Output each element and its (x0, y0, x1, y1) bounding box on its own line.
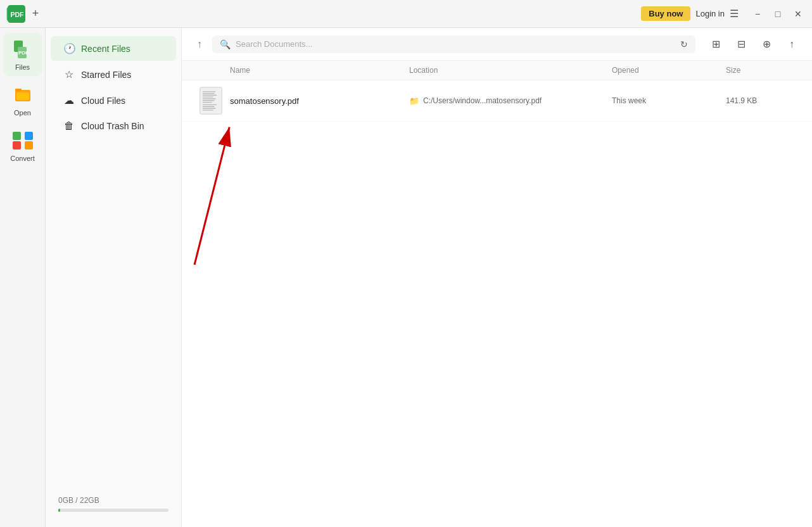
svg-rect-12 (15, 89, 22, 91)
nav-item-starred[interactable]: ☆ Starred Files (51, 62, 176, 87)
search-input[interactable] (236, 39, 675, 49)
star-icon: ☆ (63, 68, 75, 80)
file-location-text: C:/Users/window...matosensory.pdf (423, 96, 542, 105)
file-name: somatosensory.pdf (230, 96, 409, 106)
col-location: Location (409, 66, 612, 75)
nav-recent-label: Recent Files (81, 44, 130, 54)
share-button[interactable]: ↑ (782, 34, 802, 54)
file-opened: This week (612, 96, 726, 105)
col-icon (192, 66, 230, 75)
app-logo-pdf-icon: PDF (8, 5, 25, 23)
titlebar-right: Buy now Login in ☰ − □ ✕ (641, 5, 807, 23)
svg-rect-30 (203, 106, 215, 107)
nav-item-cloud[interactable]: ☁ Cloud Files (51, 88, 176, 113)
svg-rect-27 (203, 100, 215, 101)
toolbar-actions: ⊞ ⊟ ⊕ ↑ (706, 34, 802, 54)
svg-rect-17 (13, 141, 21, 149)
col-opened: Opened (612, 66, 726, 75)
buy-now-button[interactable]: Buy now (641, 6, 690, 21)
share-icon: ↑ (789, 39, 794, 50)
trash-icon: 🗑 (63, 120, 75, 132)
svg-rect-29 (203, 105, 217, 105)
main-content: ↑ 🔍 ↻ ⊞ ⊟ ⊕ ↑ (182, 28, 812, 527)
table-header: Name Location Opened Size (182, 61, 812, 80)
sidebar-item-open[interactable]: Open (4, 79, 42, 122)
storage-label: 0GB / 22GB (58, 496, 168, 505)
files-icon: PDF (11, 38, 34, 61)
titlebar: PDF + Buy now Login in ☰ − □ ✕ (0, 0, 812, 28)
svg-rect-16 (25, 132, 33, 140)
file-table: Name Location Opened Size (182, 61, 812, 527)
nav-item-trash[interactable]: 🗑 Cloud Trash Bin (51, 114, 176, 138)
svg-text:PDF: PDF (18, 50, 29, 56)
nav-starred-label: Starred Files (81, 70, 131, 80)
svg-rect-25 (203, 96, 213, 97)
icon-sidebar: PDF Files Open (0, 28, 46, 527)
file-location: 📁 C:/Users/window...matosensory.pdf (409, 96, 612, 106)
window-controls: − □ ✕ (749, 5, 807, 23)
close-button[interactable]: ✕ (789, 5, 807, 23)
star-toolbar-icon: ⊟ (737, 38, 745, 50)
upload-button[interactable]: ⊕ (756, 34, 777, 54)
nav-sidebar: 🕐 Recent Files ☆ Starred Files ☁ Cloud F… (46, 28, 182, 527)
svg-rect-18 (25, 141, 33, 149)
search-icon: 🔍 (220, 39, 231, 49)
login-button[interactable]: Login in (695, 9, 725, 18)
menu-icon: ☰ (730, 8, 739, 20)
grid-view-button[interactable]: ⊞ (706, 34, 726, 54)
svg-text:PDF: PDF (10, 11, 24, 18)
svg-rect-13 (16, 92, 29, 100)
svg-rect-22 (203, 91, 216, 92)
star-view-button[interactable]: ⊟ (731, 34, 751, 54)
svg-rect-24 (203, 95, 217, 96)
svg-rect-28 (203, 102, 212, 103)
titlebar-left: PDF + (5, 5, 43, 23)
toolbar: ↑ 🔍 ↻ ⊞ ⊟ ⊕ ↑ (182, 28, 812, 61)
sidebar-item-files[interactable]: PDF Files (4, 33, 42, 76)
clock-icon: 🕐 (63, 42, 75, 54)
nav-trash-label: Cloud Trash Bin (81, 121, 144, 131)
svg-rect-26 (203, 98, 216, 99)
file-size: 141.9 KB (726, 96, 802, 105)
maximize-button[interactable]: □ (769, 5, 787, 23)
grid-icon: ⊞ (712, 38, 720, 50)
sidebar-item-convert[interactable]: Convert (4, 124, 42, 167)
file-icon-cell (192, 87, 230, 115)
nav-cloud-label: Cloud Files (81, 96, 125, 106)
upload-icon: ⊕ (763, 38, 771, 50)
storage-bar (58, 509, 168, 512)
convert-icon (11, 129, 34, 152)
svg-rect-23 (203, 93, 215, 94)
pdf-thumbnail (200, 87, 222, 115)
col-name: Name (230, 66, 409, 75)
storage-bar-fill (58, 509, 60, 512)
minimize-button[interactable]: − (749, 5, 766, 23)
new-tab-button[interactable]: + (28, 6, 43, 22)
refresh-button[interactable]: ↻ (680, 39, 688, 49)
files-label: Files (15, 63, 30, 71)
col-size: Size (726, 66, 802, 75)
back-button[interactable]: ↑ (192, 37, 207, 52)
nav-item-recent[interactable]: 🕐 Recent Files (51, 36, 176, 61)
open-icon (11, 84, 34, 106)
svg-rect-32 (203, 110, 213, 110)
cloud-icon: ☁ (63, 94, 75, 106)
open-label: Open (14, 109, 31, 117)
storage-info: 0GB / 22GB (46, 488, 181, 519)
search-box: 🔍 ↻ (212, 35, 695, 53)
convert-label: Convert (10, 155, 35, 162)
svg-rect-31 (203, 108, 216, 108)
svg-rect-15 (13, 132, 21, 140)
table-row[interactable]: somatosensory.pdf 📁 C:/Users/window...ma… (182, 80, 812, 122)
folder-icon: 📁 (409, 96, 419, 106)
